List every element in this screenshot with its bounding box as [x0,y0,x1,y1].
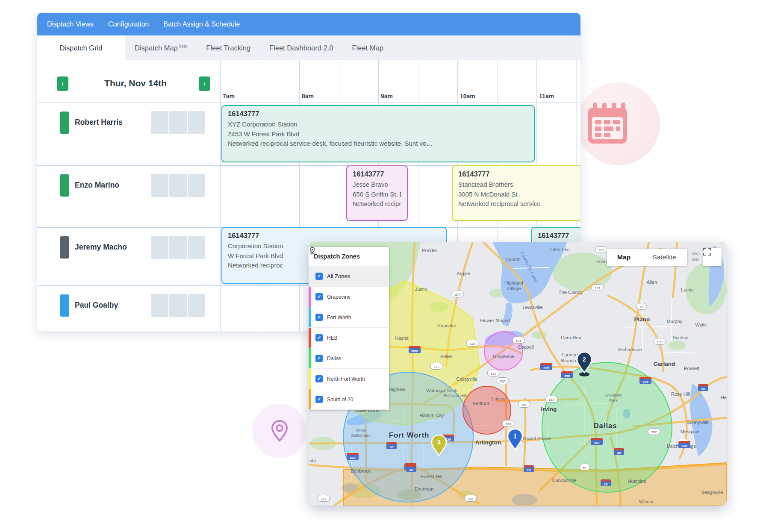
appointment-card[interactable]: 16143777XYZ Corporation Station2453 W Fo… [221,105,535,162]
tab-dispatch-grid[interactable]: Dispatch Grid [37,35,125,60]
svg-text:20: 20 [604,482,608,486]
map-label: Wylie [695,322,707,327]
appointment-address: 3005 N McDonald St [458,190,576,200]
map-label: Allen [647,279,657,285]
map-label: Keller [440,354,452,359]
appointment-note: Networked reciprocal… [353,199,401,209]
satellite-view-button[interactable]: Satellite [641,249,687,266]
zone-row-north-fort-worth[interactable]: ✓North Fort Worth [309,369,389,389]
map-label: Hea [721,395,727,400]
nav-item-2[interactable]: Batch Assign & Schedule [163,21,240,28]
map-label: Murphy [667,319,683,324]
tab-fleet-tracking[interactable]: Fleet Tracking [197,35,260,60]
map-label: Seagoville [701,490,723,495]
tech-name: Jeremy Macho [75,243,127,252]
zone-checkbox[interactable]: ✓ [315,375,323,382]
nav-item-0[interactable]: Disptach Views [47,21,94,28]
time-label: 10am [460,93,475,100]
zone-checkbox[interactable]: ✓ [315,334,323,341]
placeholder-box [151,111,168,134]
prev-day-button[interactable]: ‹ [57,76,68,91]
svg-text:183: 183 [548,398,554,402]
svg-text:635: 635 [681,444,687,448]
zone-checkbox[interactable]: ✓ [315,273,323,280]
gridline [220,60,221,331]
appointment-customer: Stanstead Brothers [458,180,576,190]
tab-dispatch-map[interactable]: Dispatch Mapbeta [125,35,197,60]
zone-row-south-of-20[interactable]: ✓South of 20 [309,389,389,410]
map-label: Mesquite [681,429,700,434]
road-shield: 377 [430,363,442,370]
map-panel[interactable]: PonderLittle ElmFriscoCorinthArgyleHighl… [309,242,727,506]
map-label: Fort Worth [389,431,430,439]
appointment-card[interactable]: 16143777Stanstead Brothers3005 N McDonal… [452,165,580,221]
dispatch-zones-icon [309,247,316,254]
road-shield: 35E [591,438,603,445]
map-label: Forest Hill [421,474,442,479]
appointment-id: 16143777 [228,232,440,240]
appointment-address: 650 S Griffin St, Dallas… [353,190,401,200]
map-view-button[interactable]: Map [607,249,641,266]
zone-checkbox[interactable]: ✓ [315,355,323,362]
zone-row-grapevine[interactable]: ✓Grapevine [309,287,389,307]
map-label: Grand Prairie [523,436,551,441]
map-label: Watauga [426,388,445,393]
zone-row-heb[interactable]: ✓HEB [309,328,389,348]
gridline [299,60,300,331]
road-shield: 35W [409,346,421,353]
tech-color-chip [60,174,69,197]
svg-text:30: 30 [701,387,705,391]
map-label: Corinth [505,257,520,262]
next-day-button[interactable]: › [199,76,210,91]
map-label: Grapevine [493,354,515,359]
placeholder-box [169,174,187,197]
placeholder-box [169,111,187,134]
nav-item-1[interactable]: Configuration [108,21,149,28]
map-label: University [604,393,622,397]
map-label: Argyle [457,271,470,276]
svg-text:20: 20 [527,468,531,472]
svg-text:820: 820 [350,456,356,460]
map-label: Duncanville [552,478,577,483]
map-label: Irving [541,406,557,412]
tech-name: Enzo Marino [75,181,119,190]
map-label: Ponder [422,248,437,253]
map-label: Benbrook [351,468,371,473]
map-label: ossi [692,257,699,262]
tab-fleet-dashboard-2-0[interactable]: Fleet Dashboard 2.0 [260,35,343,60]
svg-text:121: 121 [595,286,601,290]
road-shield: 30 [698,384,708,391]
map-label: Little Elm [550,247,569,252]
zone-checkbox[interactable]: ✓ [315,396,323,403]
map-label: White [356,428,366,432]
road-shield: 161 [518,401,530,408]
appointment-id: 16143777 [538,232,576,240]
map-label: Saginaw [387,387,405,392]
map-label: edo [309,458,316,463]
time-label: 8am [302,93,314,100]
appointment-address: 2453 W Forest Park Blvd [228,129,528,139]
map-label: Village [507,286,521,291]
zone-label: Dallas [327,356,341,362]
road-shield: 360 [497,378,509,384]
zone-row-fort-worth[interactable]: ✓Fort Worth [309,307,389,328]
placeholder-box [188,174,205,197]
dispatch-zones-title: Dispatch Zones [314,253,360,260]
zone-row-all-zones[interactable]: ✓All Zones [309,266,389,287]
road-shield: 190 [654,338,666,345]
svg-text:20: 20 [409,468,413,472]
appointment-card[interactable]: 16143777Jesse Bravo650 S Griffin St, Dal… [346,165,408,221]
svg-text:121: 121 [516,339,521,343]
row-divider [37,103,580,103]
tab-fleet-map[interactable]: Fleet Map [343,35,393,60]
fullscreen-button[interactable] [703,248,722,266]
road-shield: 45 [614,448,624,455]
map-label: Branch [561,358,576,363]
svg-text:360: 360 [505,422,511,426]
zone-checkbox[interactable]: ✓ [315,314,323,321]
appointment-note: Networked reciprocal service [458,199,576,209]
top-navbar: Disptach ViewsConfigurationBatch Assign … [37,13,580,35]
zone-row-dallas[interactable]: ✓Dallas [309,348,389,369]
map-label: Farmers [562,352,579,357]
zone-checkbox[interactable]: ✓ [315,293,323,300]
